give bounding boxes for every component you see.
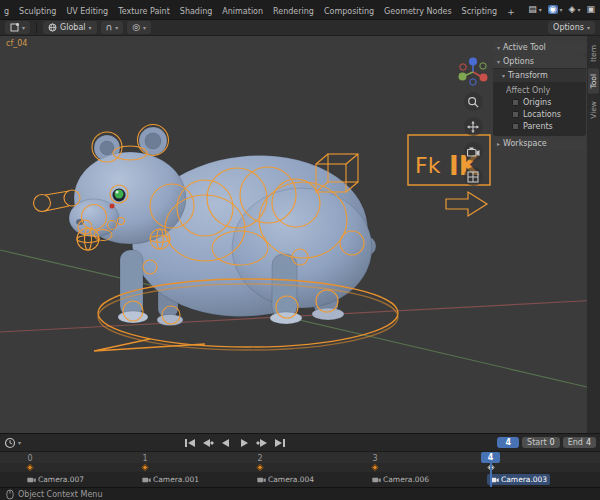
marker-camera-004[interactable]: Camera.004 [257, 474, 314, 485]
mode-dropdown[interactable]: ▾ [5, 21, 30, 34]
active-tool-label: Active Tool [503, 43, 546, 52]
workspace-tab-modeling[interactable]: g [3, 4, 14, 19]
current-frame-field[interactable]: 4 [497, 437, 519, 448]
origins-label: Origins [523, 98, 551, 107]
pan-button[interactable] [464, 117, 483, 136]
marker-label: Camera.007 [38, 475, 84, 484]
affect-only-label: Affect Only [493, 84, 586, 96]
panel-transform[interactable]: ▾ Transform [493, 69, 586, 82]
filter-icon: ▣ [586, 5, 595, 14]
panel-active-tool[interactable]: ▾ Active Tool [493, 41, 586, 54]
sidebar-tab-tool[interactable]: Tool [588, 69, 599, 94]
frame-number: 1 [142, 454, 147, 463]
play-reverse-button[interactable] [219, 437, 233, 449]
play-button[interactable] [237, 437, 251, 449]
options-label: Options [553, 23, 584, 32]
view-layer-dropdown[interactable]: ◈ ▾ [569, 5, 581, 14]
marker-camera-001[interactable]: Camera.001 [142, 474, 199, 485]
proportional-editing-button[interactable]: ◎ ▾ [127, 21, 151, 34]
workspace-tabs: g Sculpting UV Editing Texture Paint Sha… [3, 0, 520, 19]
blender-window: g Sculpting UV Editing Texture Paint Sha… [0, 0, 600, 500]
add-workspace-button[interactable]: + [502, 5, 520, 19]
playhead[interactable] [490, 462, 492, 487]
axis-gizmo[interactable] [458, 56, 488, 86]
fk-label: Fk [415, 153, 441, 178]
magnet-icon: ∩ [106, 23, 113, 32]
workspace-panel-label: Workspace [503, 139, 547, 148]
view-layer-icon: ◈ [569, 5, 576, 14]
workspace-tab-compositing[interactable]: Compositing [319, 4, 379, 19]
frame-number: 2 [257, 454, 262, 463]
workspace-tab-geometry-nodes[interactable]: Geometry Nodes [379, 4, 456, 19]
checkbox-parents[interactable]: Parents [493, 120, 586, 132]
chevron-down-icon: ▾ [560, 7, 563, 13]
workspace-tab-sculpting[interactable]: Sculpting [14, 4, 61, 19]
camera-icon [467, 147, 480, 157]
jump-to-start-button[interactable] [183, 437, 197, 449]
camera-icon [372, 476, 381, 483]
filter-button[interactable]: ▣ [586, 5, 595, 14]
workspace-tab-scripting[interactable]: Scripting [457, 4, 503, 19]
camera-icon [142, 476, 151, 483]
camera-icon [257, 476, 266, 483]
previous-keyframe-button[interactable] [201, 437, 215, 449]
keyframe-diamond[interactable] [26, 464, 33, 471]
keyframe-diamond[interactable] [371, 464, 378, 471]
expand-icon: ▸ [497, 140, 500, 147]
keyframe-diamond[interactable] [256, 464, 263, 471]
checkbox-locations[interactable]: Locations [493, 108, 586, 120]
move-icon [467, 121, 479, 133]
viewport-3d[interactable]: Fk IK cf_04 [0, 36, 600, 433]
keyframe-diamond[interactable] [141, 464, 148, 471]
checkbox-origins[interactable]: Origins [493, 96, 586, 108]
sidebar-tab-item[interactable]: Item [588, 40, 599, 67]
status-bar: Object Context Menu [0, 487, 600, 500]
editor-type-dropdown[interactable]: ▾ [4, 437, 21, 449]
viewport-nav-gizmos [458, 56, 488, 186]
workspace-tab-texture-paint[interactable]: Texture Paint [113, 4, 175, 19]
scene-dropdown[interactable]: ◉ ▾ [548, 5, 563, 14]
panel-workspace[interactable]: ▸ Workspace [493, 137, 586, 150]
marker-camera-007[interactable]: Camera.007 [27, 474, 84, 485]
frame-start-field[interactable]: Start 0 [522, 437, 560, 448]
workspace-tab-rendering[interactable]: Rendering [268, 4, 319, 19]
chevron-down-icon: ▾ [539, 7, 542, 13]
timeline-keyframes[interactable] [0, 463, 600, 472]
frame-end-field[interactable]: End 4 [563, 437, 596, 448]
orientation-label: Global [60, 23, 86, 32]
timeline-ruler[interactable]: 0 1 2 3 [0, 451, 600, 463]
workspace-tab-shading[interactable]: Shading [175, 4, 218, 19]
sidebar-tab-strip: Item Tool View [587, 36, 600, 433]
chevron-down-icon: ▾ [22, 25, 25, 31]
panel-options-block: ▾ Options ▾ Transform Affect Only Origin… [493, 55, 586, 136]
snap-toggle-button[interactable]: ∩ ▾ [101, 21, 124, 34]
marker-label: Camera.001 [153, 475, 199, 484]
jump-to-end-button[interactable] [273, 437, 287, 449]
perspective-toggle-button[interactable] [464, 167, 483, 186]
parents-label: Parents [523, 122, 553, 131]
checkbox-icon [512, 111, 519, 118]
marker-camera-006[interactable]: Camera.006 [372, 474, 429, 485]
workspace-tab-animation[interactable]: Animation [217, 4, 268, 19]
screen-layout-dropdown[interactable]: ▤ ▾ [528, 5, 542, 14]
camera-icon [27, 476, 36, 483]
globe-icon [48, 23, 57, 32]
timeline-header: ▾ 4 Start 0 End 4 [0, 433, 600, 451]
workspace-tab-uv-editing[interactable]: UV Editing [61, 4, 113, 19]
marker-camera-003[interactable]: Camera.003 [487, 474, 550, 485]
marker-label: Camera.006 [383, 475, 429, 484]
checkbox-icon [512, 99, 519, 106]
panel-options[interactable]: ▾ Options [493, 55, 586, 68]
topbar-right-controls: ▤ ▾ ◉ ▾ ◈ ▾ ▣ [528, 0, 597, 19]
zoom-button[interactable] [464, 92, 483, 111]
frame-range-fields: 4 Start 0 End 4 [497, 437, 596, 448]
next-keyframe-button[interactable] [255, 437, 269, 449]
end-label: End [568, 438, 583, 447]
transform-orientation-dropdown[interactable]: Global ▾ [43, 21, 97, 34]
current-frame-indicator[interactable]: 4 [481, 452, 500, 463]
camera-view-button[interactable] [464, 142, 483, 161]
start-value: 0 [550, 438, 555, 447]
options-dropdown[interactable]: Options ▾ [548, 21, 595, 34]
sidebar-tab-view[interactable]: View [588, 96, 599, 124]
mouse-icon [6, 489, 14, 500]
